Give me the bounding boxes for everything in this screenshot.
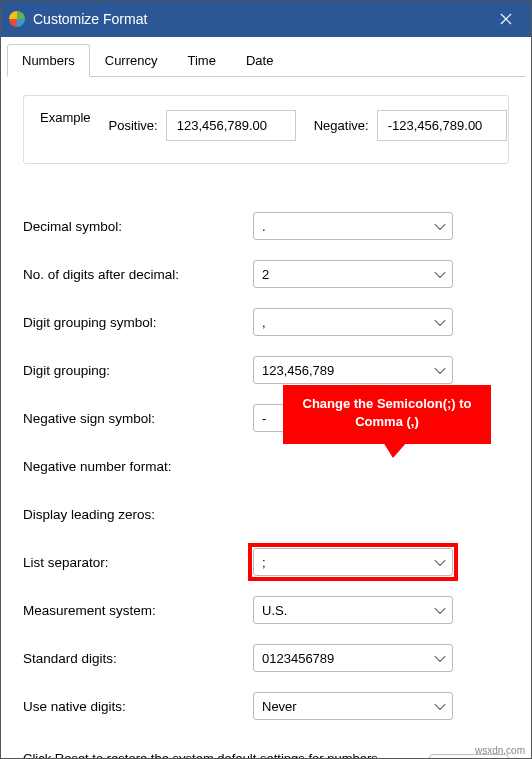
label-display-leading-zeros: Display leading zeros: xyxy=(23,507,253,522)
row-digit-grouping: Digit grouping: xyxy=(23,356,509,384)
tab-currency[interactable]: Currency xyxy=(90,44,173,77)
annotation-tooltip: Change the Semicolon(;) to Comma (,) xyxy=(283,385,491,444)
tooltip-line2: Comma (,) xyxy=(355,414,419,429)
label-list-separator: List separator: xyxy=(23,555,253,570)
row-measurement-system: Measurement system: xyxy=(23,596,509,624)
select-measurement-system[interactable] xyxy=(253,596,453,624)
label-digit-grouping-symbol: Digit grouping symbol: xyxy=(23,315,253,330)
tab-strip: Numbers Currency Time Date xyxy=(7,43,525,77)
globe-icon xyxy=(9,11,25,27)
reset-text: Click Reset to restore the system defaul… xyxy=(23,750,415,759)
row-display-leading-zeros: Display leading zeros: xyxy=(23,500,509,528)
watermark: wsxdn.com xyxy=(475,745,525,756)
select-list-separator[interactable] xyxy=(253,548,453,576)
tab-date[interactable]: Date xyxy=(231,44,288,77)
label-digit-grouping: Digit grouping: xyxy=(23,363,253,378)
select-use-native-digits[interactable] xyxy=(253,692,453,720)
label-negative-number-format: Negative number format: xyxy=(23,459,253,474)
select-digit-grouping-symbol[interactable] xyxy=(253,308,453,336)
negative-value: -123,456,789.00 xyxy=(377,110,507,141)
tooltip-line1: Change the Semicolon(;) to xyxy=(303,396,472,411)
label-use-native-digits: Use native digits: xyxy=(23,699,253,714)
row-digits-after-decimal: No. of digits after decimal: xyxy=(23,260,509,288)
select-standard-digits[interactable] xyxy=(253,644,453,672)
example-negative-row: Negative: -123,456,789.00 xyxy=(314,110,507,141)
row-use-native-digits: Use native digits: xyxy=(23,692,509,720)
tab-time[interactable]: Time xyxy=(173,44,231,77)
window-title: Customize Format xyxy=(33,11,481,27)
positive-value: 123,456,789.00 xyxy=(166,110,296,141)
row-decimal-symbol: Decimal symbol: xyxy=(23,212,509,240)
example-legend: Example xyxy=(40,110,91,141)
label-standard-digits: Standard digits: xyxy=(23,651,253,666)
label-decimal-symbol: Decimal symbol: xyxy=(23,219,253,234)
close-button[interactable] xyxy=(481,1,531,37)
example-group: Example Positive: 123,456,789.00 Negativ… xyxy=(23,95,509,164)
label-digits-after-decimal: No. of digits after decimal: xyxy=(23,267,253,282)
reset-row: Click Reset to restore the system defaul… xyxy=(23,740,509,759)
negative-label: Negative: xyxy=(314,118,369,133)
titlebar: Customize Format xyxy=(1,1,531,37)
select-digit-grouping[interactable] xyxy=(253,356,453,384)
row-list-separator: List separator: xyxy=(23,548,509,576)
label-measurement-system: Measurement system: xyxy=(23,603,253,618)
select-digits-after-decimal[interactable] xyxy=(253,260,453,288)
tab-numbers[interactable]: Numbers xyxy=(7,44,90,77)
row-digit-grouping-symbol: Digit grouping symbol: xyxy=(23,308,509,336)
row-negative-number-format: Negative number format: xyxy=(23,452,509,480)
example-positive-row: Positive: 123,456,789.00 xyxy=(109,110,296,141)
row-standard-digits: Standard digits: xyxy=(23,644,509,672)
select-decimal-symbol[interactable] xyxy=(253,212,453,240)
label-negative-sign-symbol: Negative sign symbol: xyxy=(23,411,253,426)
close-icon xyxy=(500,13,512,25)
positive-label: Positive: xyxy=(109,118,158,133)
